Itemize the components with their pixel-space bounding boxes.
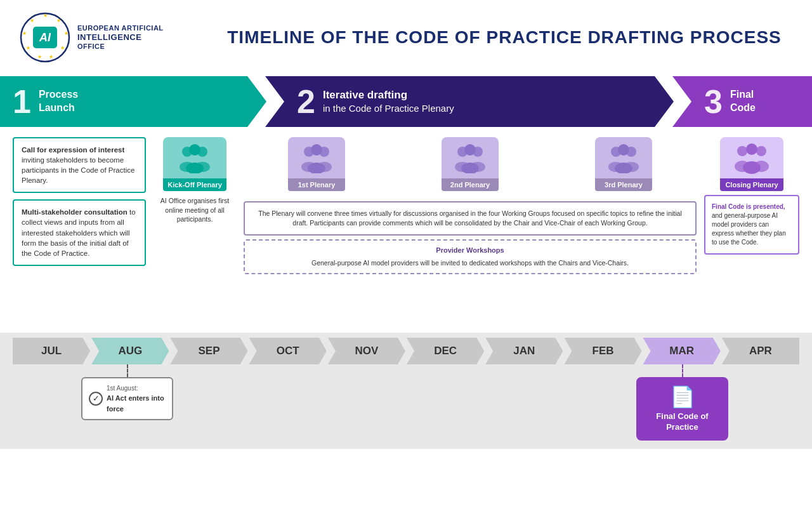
closing-desc-highlight: Final Code is presented,	[712, 203, 785, 210]
svg-text:★: ★	[49, 54, 53, 60]
svg-point-17	[195, 162, 210, 172]
page-title: TIMELINE OF THE CODE OF PRACTICE DRAFTIN…	[216, 27, 793, 48]
svg-point-14	[197, 147, 207, 157]
plenary-3-card: 3rd Plenary	[551, 137, 697, 191]
mar-dashed-line	[682, 364, 683, 377]
final-code-box: 📄 Final Code of Practice	[636, 377, 728, 441]
aug-event-text: AI Act enters into force	[107, 393, 166, 414]
closing-desc: Final Code is presented, and general-pur…	[704, 195, 799, 255]
multi-stakeholder-bold: Multi-stakeholder consultation	[22, 208, 128, 216]
phase-2-number: 2	[297, 85, 315, 118]
svg-point-35	[624, 162, 639, 172]
svg-point-26	[473, 147, 483, 157]
svg-point-23	[317, 162, 332, 172]
page: ★ ★ ★ ★ ★ ★ ★ ★ ★ AI EUROPEAN ARTIFICIAL…	[0, 0, 812, 525]
plenary-2-label: 2nd Plenary	[442, 178, 499, 191]
logo-european: EUROPEAN ARTIFICIAL	[77, 24, 164, 32]
month-jul: JUL	[13, 338, 90, 364]
aug-event: ✓ 1st August: AI Act enters into force	[81, 364, 173, 420]
plenaries-row: 1st Plenary 2nd Plenary	[244, 137, 697, 191]
timeline-section: JUL AUG SEP OCT NOV DEC JAN FEB MAR APR …	[0, 333, 812, 449]
document-icon: 📄	[645, 385, 719, 409]
provider-workshops-title: Provider Workshops	[252, 246, 688, 255]
multi-stakeholder-box: Multi-stakeholder consultation to collec…	[13, 199, 146, 265]
svg-point-29	[470, 162, 485, 172]
plenary-2-card: 2nd Plenary	[397, 137, 543, 191]
logo-area: ★ ★ ★ ★ ★ ★ ★ ★ ★ AI EUROPEAN ARTIFICIAL…	[19, 11, 216, 63]
aug-event-box: ✓ 1st August: AI Act enters into force	[81, 377, 173, 420]
logo-office: OFFICE	[77, 43, 164, 51]
month-apr: APR	[722, 338, 799, 364]
svg-text:★: ★	[26, 45, 30, 51]
kickoff-icon	[163, 137, 226, 178]
closing-label: Closing Plenary	[720, 178, 783, 191]
svg-text:★: ★	[37, 54, 42, 60]
month-dec: DEC	[407, 338, 484, 364]
provider-workshops-box: Provider Workshops General-purpose AI mo…	[244, 239, 697, 274]
provider-workshops-desc: General-purpose AI model providers will …	[252, 258, 688, 268]
plenary-1-icon	[288, 137, 345, 178]
phase-1-label: Process Launch	[39, 88, 78, 115]
month-nov: NOV	[328, 338, 405, 364]
aug-event-date: 1st August:	[107, 383, 166, 393]
phase-banner: 1 Process Launch 2 Iterative drafting in…	[0, 76, 812, 127]
month-sep: SEP	[170, 338, 247, 364]
people-icon-2	[451, 143, 489, 173]
people-icon-closing	[730, 142, 774, 174]
timeline-events: ✓ 1st August: AI Act enters into force 📄…	[13, 364, 799, 444]
header: ★ ★ ★ ★ ★ ★ ★ ★ ★ AI EUROPEAN ARTIFICIAL…	[0, 0, 812, 70]
plenary-1-card: 1st Plenary	[244, 137, 390, 191]
logo-circle: ★ ★ ★ ★ ★ ★ ★ ★ ★ AI	[19, 11, 71, 63]
closing-column: Closing Plenary Final Code is presented,…	[704, 137, 799, 325]
month-mar: MAR	[643, 338, 721, 364]
plenaries-column: 1st Plenary 2nd Plenary	[244, 137, 697, 325]
months-row: JUL AUG SEP OCT NOV DEC JAN FEB MAR APR	[13, 338, 799, 364]
plenary-2-icon	[442, 137, 499, 178]
month-jan: JAN	[485, 338, 563, 364]
phase-2-banner: 2 Iterative drafting in the Code of Prac…	[265, 76, 674, 127]
svg-point-37	[746, 143, 757, 155]
svg-point-32	[626, 147, 636, 157]
svg-text:★: ★	[60, 45, 65, 51]
svg-text:AI: AI	[39, 31, 51, 44]
people-icon-3	[605, 143, 643, 173]
month-aug: AUG	[91, 338, 169, 364]
call-expression-text: inviting stakeholders to become particip…	[22, 156, 134, 184]
mar-event: 📄 Final Code of Practice	[636, 364, 728, 441]
closing-desc-text: and general-purpose AI model providers c…	[712, 212, 786, 246]
kickoff-label: Kick-Off Plenary	[163, 178, 226, 191]
phase-1-banner: 1 Process Launch	[0, 76, 266, 127]
people-icon-1	[298, 143, 336, 173]
phase-3-banner: 3 Final Code	[672, 76, 812, 127]
svg-text:★: ★	[64, 30, 69, 36]
phase-2-label: Iterative drafting in the Code of Practi…	[323, 88, 454, 115]
plenary-3-label: 3rd Plenary	[595, 178, 652, 191]
call-expression-box: Call for expression of interest inviting…	[13, 137, 146, 193]
svg-point-20	[319, 147, 329, 157]
logo-intelligence: INTELLIGENCE	[77, 32, 164, 43]
svg-text:★: ★	[43, 13, 48, 18]
svg-text:★: ★	[56, 18, 61, 23]
plenary-3-icon	[595, 137, 652, 178]
checkmark-icon: ✓	[89, 392, 103, 406]
plenary-desc-box: The Plenary will convene three times vir…	[244, 201, 697, 236]
svg-point-38	[756, 146, 766, 156]
svg-point-36	[737, 146, 747, 156]
kickoff-column: Kick-Off Plenary AI Office organises fir…	[154, 137, 236, 325]
phase-1-number: 1	[13, 85, 31, 118]
people-icon-kickoff	[176, 143, 214, 173]
phase-3-number: 3	[704, 85, 723, 118]
call-expression-bold: Call for expression of interest	[22, 146, 124, 154]
kickoff-desc: AI Office organises first online meeting…	[154, 196, 236, 224]
svg-text:★: ★	[22, 30, 27, 36]
month-feb: FEB	[564, 338, 641, 364]
plenary-1-label: 1st Plenary	[288, 178, 345, 191]
main-content: Call for expression of interest inviting…	[0, 127, 812, 330]
aug-dashed-line	[127, 364, 128, 377]
svg-text:★: ★	[30, 18, 34, 23]
final-code-label: Final Code of Practice	[645, 411, 719, 433]
left-column: Call for expression of interest inviting…	[13, 137, 146, 325]
svg-point-41	[754, 161, 769, 172]
logo-text: EUROPEAN ARTIFICIAL INTELLIGENCE OFFICE	[77, 24, 164, 51]
month-oct: OCT	[249, 338, 327, 364]
